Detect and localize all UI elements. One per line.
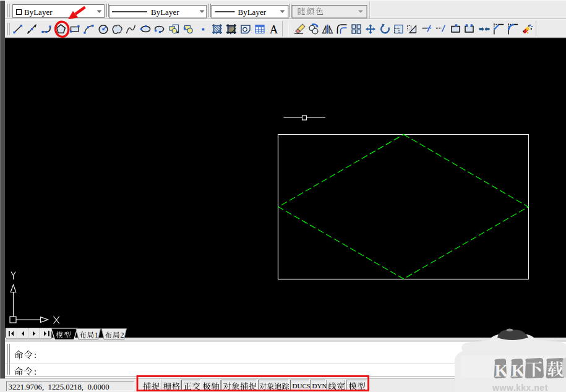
svg-text:ByLayer: ByLayer: [24, 7, 53, 17]
svg-text:K: K: [495, 360, 509, 380]
svg-text:DYN: DYN: [312, 382, 327, 390]
svg-text:3221.9706, 1225.0218, 0.0000: 3221.9706, 1225.0218, 0.0000: [9, 383, 109, 391]
svg-text:2: 2: [121, 331, 124, 339]
svg-text:ByLayer: ByLayer: [151, 7, 179, 17]
svg-text::: :: [34, 350, 36, 360]
svg-text:K: K: [512, 360, 526, 380]
svg-text:1: 1: [95, 331, 98, 339]
svg-text:DUCS: DUCS: [293, 382, 311, 390]
svg-text:www.kkx.net: www.kkx.net: [492, 383, 548, 392]
svg-text::: :: [34, 367, 36, 377]
svg-text:A: A: [270, 23, 278, 36]
svg-text:ByLayer: ByLayer: [238, 7, 267, 17]
